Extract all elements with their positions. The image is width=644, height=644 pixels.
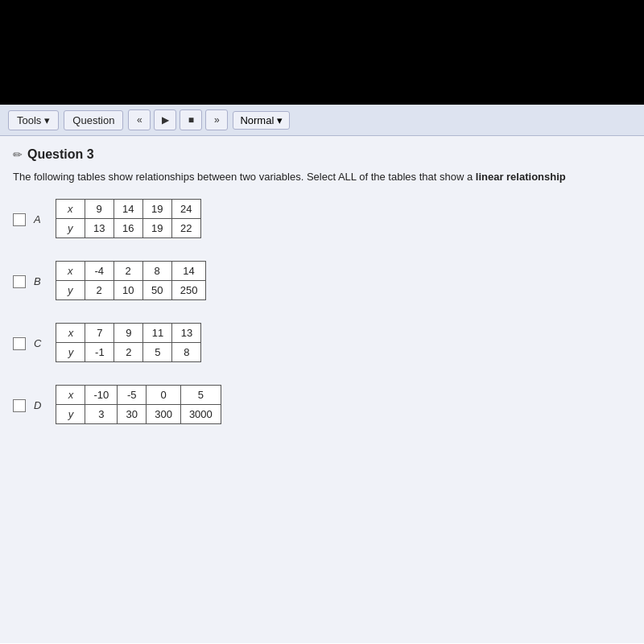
play-button[interactable]: ▶ [154, 109, 176, 130]
checkbox-b-area [13, 275, 26, 288]
tools-dropdown-icon: ▾ [44, 114, 50, 126]
fast-forward-button[interactable]: » [205, 109, 228, 130]
table-d-x1: -10 [85, 386, 118, 405]
option-b: B x -4 2 8 14 y 2 10 50 250 [13, 261, 631, 300]
pencil-icon: ✏ [13, 148, 23, 161]
table-d-y1: 3 [85, 405, 118, 424]
question-text: The following tables show relationships … [13, 170, 631, 184]
table-b-x1: -4 [85, 262, 114, 281]
question-text-bold: linear relationship [476, 171, 566, 183]
option-d-label: D [34, 399, 41, 411]
table-b: x -4 2 8 14 y 2 10 50 250 [56, 261, 207, 300]
question-label: Question [72, 114, 114, 126]
table-a: x 9 14 19 24 y 13 16 19 22 [56, 199, 201, 238]
table-d-y3: 300 [147, 405, 181, 424]
table-d-x-label: x [56, 386, 85, 405]
table-d-y2: 30 [118, 405, 147, 424]
table-b-y3: 50 [142, 281, 171, 300]
table-a-x1: 9 [85, 200, 114, 219]
option-a-label: A [34, 213, 41, 225]
table-a-y4: 22 [171, 219, 200, 238]
option-a: A x 9 14 19 24 y 13 16 19 22 [13, 199, 631, 238]
table-c-y1: -1 [85, 343, 114, 362]
option-d: D x -10 -5 0 5 y 3 30 300 3000 [13, 385, 631, 424]
table-c-x4: 13 [172, 324, 201, 343]
table-c-x2: 9 [114, 324, 143, 343]
rewind-button[interactable]: « [128, 109, 151, 130]
table-c-x-label: x [56, 324, 85, 343]
dropdown-chevron-icon: ▾ [277, 114, 283, 126]
table-b-y-label: y [56, 281, 85, 300]
table-b-x3: 8 [142, 262, 171, 281]
table-d-x3: 0 [147, 386, 181, 405]
table-b-x4: 14 [171, 262, 206, 281]
table-a-y2: 16 [114, 219, 142, 238]
normal-label: Normal [240, 114, 274, 126]
table-d: x -10 -5 0 5 y 3 30 300 3000 [56, 385, 221, 424]
table-b-x2: 2 [114, 262, 142, 281]
table-d-x4: 5 [180, 386, 221, 405]
stop-button[interactable]: ■ [180, 109, 202, 130]
table-d-x2: -5 [118, 386, 147, 405]
table-a-y1: 13 [85, 219, 114, 238]
media-controls: « ▶ ■ » [128, 109, 228, 130]
checkbox-c[interactable] [13, 337, 26, 350]
table-c-y4: 8 [172, 343, 201, 362]
table-c-y3: 5 [143, 343, 172, 362]
checkbox-a-area [13, 213, 26, 226]
table-c-x3: 11 [143, 324, 172, 343]
table-a-x4: 24 [171, 200, 200, 219]
checkbox-c-area [13, 337, 26, 350]
toolbar: Tools ▾ Question « ▶ ■ » Normal ▾ [0, 105, 644, 136]
question-text-normal: The following tables show relationships … [13, 171, 473, 183]
table-d-y-label: y [56, 405, 85, 424]
question-title: Question 3 [27, 147, 94, 162]
checkbox-d[interactable] [13, 399, 26, 412]
table-a-y-label: y [56, 219, 85, 238]
table-b-y2: 10 [114, 281, 142, 300]
checkbox-d-area [13, 399, 26, 412]
table-c-y-label: y [56, 343, 85, 362]
table-b-y1: 2 [85, 281, 114, 300]
option-c-label: C [34, 337, 41, 349]
table-c-x1: 7 [85, 324, 114, 343]
question-button[interactable]: Question [64, 110, 123, 130]
table-b-y4: 250 [171, 281, 206, 300]
table-a-x-label: x [56, 200, 85, 219]
table-a-x2: 14 [114, 200, 142, 219]
question-header: ✏ Question 3 [13, 147, 631, 162]
checkbox-b[interactable] [13, 275, 26, 288]
tools-label: Tools [17, 114, 41, 126]
checkbox-a[interactable] [13, 213, 26, 226]
table-c: x 7 9 11 13 y -1 2 5 8 [56, 323, 201, 362]
table-a-x3: 19 [142, 200, 171, 219]
table-b-x-label: x [56, 262, 85, 281]
table-d-y4: 3000 [180, 405, 221, 424]
table-a-y3: 19 [142, 219, 171, 238]
top-black-bar [0, 0, 644, 105]
main-content: ✏ Question 3 The following tables show r… [0, 136, 644, 643]
tools-button[interactable]: Tools ▾ [8, 110, 59, 130]
option-b-label: B [34, 275, 41, 287]
option-c: C x 7 9 11 13 y -1 2 5 8 [13, 323, 631, 362]
table-c-y2: 2 [114, 343, 143, 362]
normal-dropdown[interactable]: Normal ▾ [233, 111, 290, 130]
